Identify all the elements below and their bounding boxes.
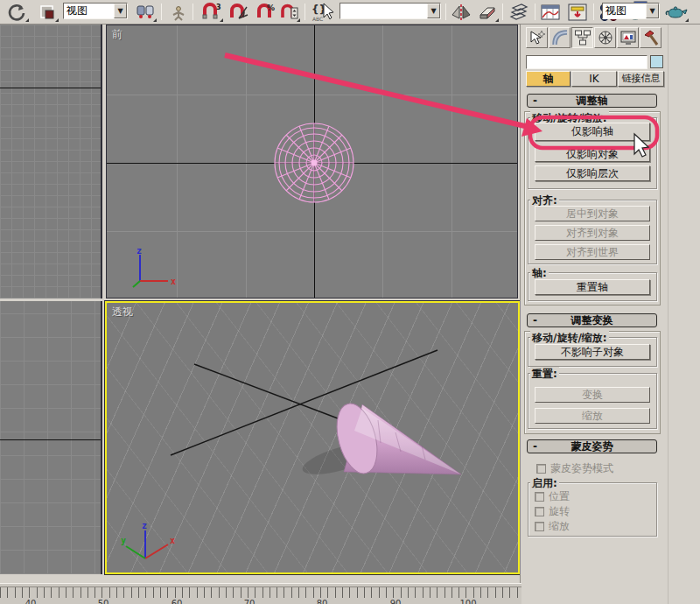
track-bar[interactable]: 40 50 60 70 80 90 100 [0,583,522,604]
tab-pivot[interactable]: 轴 [526,71,570,87]
viewport-left-bottom[interactable] [0,301,102,574]
toolbar-separator [161,4,162,20]
enable-rotation-checkbox-row[interactable]: 旋转 [535,504,570,519]
quick-render-icon [665,4,688,21]
abc-glyph: ABC [312,16,323,22]
tab-link-info[interactable]: 链接信息 [618,71,664,87]
tab-ik[interactable]: IK [571,71,617,87]
checkbox-icon[interactable] [536,464,546,474]
rollout-skin-pose-title: 蒙皮姿势 [571,440,613,453]
rollout-skin-pose[interactable]: - 蒙皮姿势 [527,439,657,453]
angle-snap-button[interactable] [226,2,252,23]
tab-modify[interactable] [549,27,570,48]
checkbox-icon[interactable] [535,507,544,516]
3ds-max-window: 视图 ▼ 3 [0,0,700,604]
tab-display[interactable] [617,27,639,48]
checkbox-icon[interactable] [535,522,544,531]
affect-object-only-button[interactable]: 仅影响对象 [535,146,650,162]
skin-pose-mode-label: 蒙皮姿势模式 [550,461,613,476]
select-manipulate-button[interactable] [166,2,191,23]
snap-3d-button[interactable]: 3 [198,2,224,23]
select-rotate-icon [7,3,26,22]
chevron-down-icon[interactable]: ▼ [646,4,659,18]
spinner-snap-button[interactable] [278,2,301,23]
cone-object[interactable] [330,399,461,478]
axis-x-label: x [170,536,175,545]
reference-coordinate-dropdown[interactable]: 视图 ▼ [63,3,128,19]
affect-pivot-only-button[interactable]: 仅影响轴 [535,123,650,141]
tab-utilities[interactable] [640,27,662,48]
curve-editor-icon [540,3,561,22]
rollout-adjust-pivot[interactable]: - 调整轴 [527,94,657,108]
frame-label: 70 [244,599,256,604]
enable-position-checkbox-row[interactable]: 位置 [535,489,570,504]
modify-icon [551,29,569,46]
panel-groove [668,25,668,604]
object-name-input[interactable] [526,55,648,69]
chevron-down-icon[interactable]: ▼ [114,4,127,18]
frame-label: 80 [317,599,328,604]
rollout-adjust-pivot-title: 调整轴 [577,95,608,107]
select-rotate-button[interactable] [4,2,30,23]
tab-hierarchy[interactable] [571,27,593,48]
dont-affect-children-button[interactable]: 不影响子对象 [535,344,650,360]
curve-editor-button[interactable] [538,2,563,23]
select-scale-button[interactable] [35,2,60,23]
schematic-view-button[interactable] [565,2,590,23]
cone-wireframe-front[interactable] [270,119,358,207]
viewport-perspective[interactable]: 透视 [105,301,520,574]
viewport-left-top[interactable] [0,25,102,298]
affect-hierarchy-only-button[interactable]: 仅影响层次 [535,165,650,181]
rollout-adjust-transform[interactable]: - 调整变换 [527,313,657,327]
percent-snap-button[interactable]: % [254,2,278,23]
command-panel: 轴 IK 链接信息 - 调整轴 移动/旋转/缩放: 仅影响轴 仅影响对象 仅影响… [520,25,700,604]
spinner-snap-icon [280,3,299,22]
tab-motion[interactable] [594,27,616,48]
axis-z-label: z [142,521,147,530]
named-selection-sets-button[interactable]: {} ABC [308,2,336,23]
chevron-down-icon[interactable]: ▼ [427,4,440,18]
object-color-swatch[interactable] [650,55,663,68]
enable-scale-label: 缩放 [549,519,570,534]
align-to-object-button[interactable]: 对齐到对象 [535,225,650,241]
group-reset-label: 重置: [530,367,559,382]
layers-icon [508,3,530,22]
motion-icon [597,29,614,46]
select-manipulate-icon [170,4,187,21]
tab-create[interactable] [526,27,548,48]
enable-scale-checkbox-row[interactable]: 缩放 [535,519,570,534]
reset-scale-button[interactable]: 缩放 [535,408,650,424]
reference-coordinate-value: 视图 [64,4,114,18]
quick-render-button[interactable] [663,2,690,23]
front-axis-tripod: z x [122,246,178,291]
collapse-icon: - [533,314,537,327]
checkbox-icon[interactable] [535,492,544,502]
enable-position-label: 位置 [549,489,570,504]
align-to-world-button[interactable]: 对齐到世界 [535,244,650,260]
layers-button[interactable] [506,2,532,23]
frame-label: 40 [25,599,37,604]
use-pivot-center-button[interactable] [133,2,158,23]
align-button[interactable] [475,2,500,23]
named-selection-dropdown[interactable]: ▼ [340,3,441,19]
mirror-button[interactable] [449,2,473,23]
reset-pivot-button[interactable]: 重置轴 [535,279,650,295]
center-to-object-button[interactable]: 居中到对象 [535,206,650,221]
skin-pose-mode-checkbox-row[interactable]: 蒙皮姿势模式 [536,461,613,476]
viewport-front-label: 前 [112,27,122,42]
mirror-icon [451,3,472,22]
render-view-dropdown[interactable]: 视图 ▼ [602,3,660,19]
grid-axis-line [0,88,101,88]
collapse-icon: - [533,440,537,453]
frame-label: 60 [172,599,183,604]
align-icon [477,3,498,22]
grid-line [246,25,247,298]
use-pivot-center-icon [136,4,155,21]
axis-x-label: x [171,277,176,286]
wireframe-hub [312,160,318,166]
toolbar-separator [535,4,536,20]
snap-3d-icon: 3 [200,3,221,22]
reset-transform-button[interactable]: 变换 [535,387,650,403]
viewport-front[interactable]: 前 z x [106,25,518,298]
percent-snap-icon: % [256,3,276,22]
